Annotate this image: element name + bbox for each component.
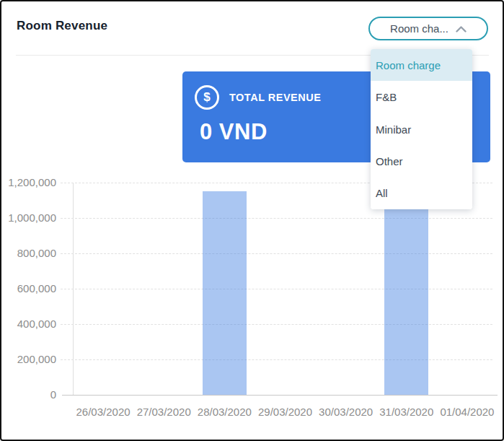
revenue-type-menu: Room chargeF&BMinibarOtherAll <box>371 49 472 209</box>
menu-item-minibar[interactable]: Minibar <box>371 113 472 145</box>
x-tick-label: 26/03/2020 <box>71 406 136 418</box>
x-tick-label: 30/03/2020 <box>314 406 379 418</box>
y-tick-label: 1,000,000 <box>1 211 56 224</box>
total-revenue-label: TOTAL REVENUE <box>229 92 321 103</box>
x-tick-label: 01/04/2020 <box>435 406 500 418</box>
y-tick-label: 800,000 <box>1 247 56 259</box>
y-tick-label: 200,000 <box>1 353 56 365</box>
y-tick-label: 1,200,000 <box>1 176 56 188</box>
x-tick-label: 27/03/2020 <box>131 406 196 418</box>
room-revenue-panel: Room Revenue 0200,000400,000600,000800,0… <box>0 0 504 441</box>
bar-28-03-2020[interactable] <box>203 191 247 395</box>
menu-item-all[interactable]: All <box>371 178 472 209</box>
x-tick-label: 29/03/2020 <box>253 406 318 418</box>
menu-item-room-charge[interactable]: Room charge <box>371 49 472 81</box>
dollar-circle-icon: $ <box>195 85 219 110</box>
y-tick-label: 600,000 <box>1 282 56 294</box>
revenue-type-select[interactable]: Room cha... <box>368 17 488 40</box>
revenue-type-select-label: Room cha... <box>390 22 448 35</box>
x-axis-baseline <box>62 395 498 396</box>
chevron-up-icon <box>456 26 467 32</box>
x-tick-label: 31/03/2020 <box>374 406 439 418</box>
menu-item-other[interactable]: Other <box>371 145 472 177</box>
menu-item-f-b[interactable]: F&B <box>371 81 472 113</box>
bar-31-03-2020[interactable] <box>384 191 428 395</box>
y-tick-label: 400,000 <box>1 318 56 330</box>
x-tick-label: 28/03/2020 <box>192 406 257 418</box>
y-tick-label: 0 <box>1 388 56 401</box>
